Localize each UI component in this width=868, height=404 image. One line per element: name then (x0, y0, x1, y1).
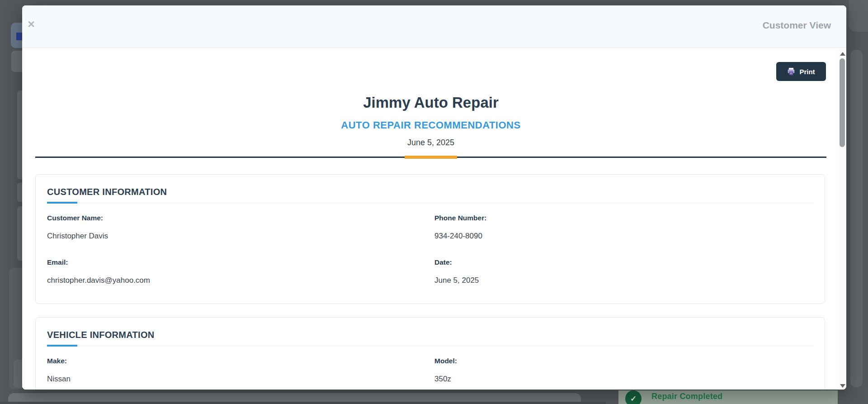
field-label: Make: (47, 356, 71, 365)
field-value: christopher.davis@yahoo.com (47, 276, 150, 285)
field-value: Nissan (47, 374, 71, 384)
field-label: Date: (434, 258, 479, 266)
field-model: Model: 350z (434, 356, 457, 384)
header-divider (35, 157, 826, 158)
field-value: Christopher Davis (47, 231, 108, 241)
check-icon: ✓ (625, 390, 642, 404)
section-divider-accent (47, 345, 77, 347)
screen: ✓ Repair Completed ✕ Customer View Print (0, 0, 868, 404)
field-phone-number: Phone Number: 934-240-8090 (434, 214, 486, 241)
customer-section-title: CUSTOMER INFORMATION (47, 187, 167, 197)
vehicle-section-title: VEHICLE INFORMATION (47, 330, 155, 340)
scroll-up-arrow-icon[interactable] (840, 52, 845, 56)
section-divider (47, 346, 813, 346)
business-name: Jimmy Auto Repair (35, 94, 826, 111)
dimmed-card-fragment (17, 90, 22, 179)
print-button-label: Print (799, 68, 815, 76)
dimmed-card-fragment (14, 360, 22, 388)
field-value: 350z (434, 374, 457, 384)
print-button[interactable]: Print (776, 62, 826, 81)
customer-view-modal: ✕ Customer View Print Jimmy Auto Repair … (22, 5, 846, 390)
modal-title: Customer View (763, 20, 831, 31)
section-divider (47, 203, 813, 203)
header-divider-accent (405, 156, 457, 159)
field-make: Make: Nissan (47, 356, 71, 384)
dimmed-card-fragment (850, 50, 863, 387)
dimmed-card-fragment (849, 0, 868, 32)
status-badge: Repair Completed (651, 392, 722, 401)
field-label: Email: (47, 258, 150, 266)
field-label: Model: (434, 356, 457, 365)
scroll-down-arrow-icon[interactable] (840, 384, 845, 388)
field-label: Phone Number: (434, 214, 486, 222)
dimmed-active-tab (16, 33, 22, 40)
printer-icon (787, 68, 795, 76)
section-divider-accent (47, 202, 77, 204)
dimmed-card-fragment (17, 183, 22, 202)
vehicle-information-card: VEHICLE INFORMATION Make: Nissan Model: … (35, 317, 825, 390)
dimmed-card-fragment (11, 51, 22, 72)
dimmed-page-edge (0, 402, 606, 404)
close-button[interactable]: ✕ (24, 17, 38, 32)
scrollbar-thumb[interactable] (840, 58, 845, 147)
field-customer-name: Customer Name: Christopher Davis (47, 214, 108, 241)
field-value: 934-240-8090 (434, 231, 486, 241)
dimmed-card-fragment (17, 206, 22, 261)
field-email: Email: christopher.davis@yahoo.com (47, 258, 150, 285)
field-value: June 5, 2025 (434, 276, 479, 285)
scrollbar[interactable] (839, 48, 846, 390)
modal-header: ✕ Customer View (22, 5, 846, 48)
field-date: Date: June 5, 2025 (434, 258, 479, 285)
field-label: Customer Name: (47, 214, 108, 222)
report-subtitle: AUTO REPAIR RECOMMENDATIONS (35, 119, 826, 131)
customer-information-card: CUSTOMER INFORMATION Customer Name: Chri… (35, 174, 825, 304)
report-date: June 5, 2025 (35, 138, 826, 147)
repair-status-panel: ✓ Repair Completed (618, 390, 838, 404)
